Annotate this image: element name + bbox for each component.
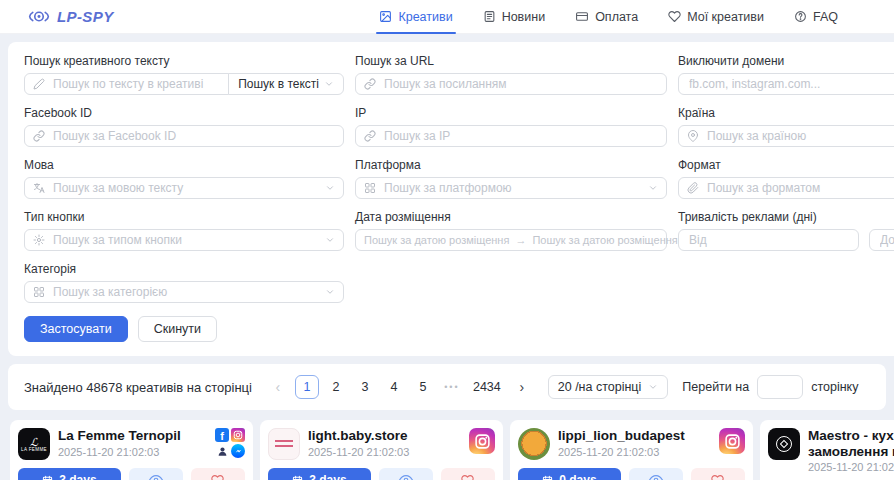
view-button[interactable] — [629, 468, 683, 480]
field-label: Тривалість реклами (дні) — [678, 210, 894, 224]
tab-news[interactable]: Новини — [483, 0, 546, 34]
heart-icon — [211, 474, 224, 480]
duration-to-input[interactable] — [869, 229, 894, 251]
field-label: Формат — [678, 158, 894, 172]
instagram-icon — [469, 428, 495, 454]
credit-card-icon — [575, 10, 589, 23]
pagination-next[interactable]: › — [510, 375, 534, 399]
heart-icon — [711, 474, 724, 480]
language-select[interactable] — [24, 177, 344, 199]
reset-button[interactable]: Скинути — [138, 316, 217, 342]
brand-logo[interactable]: LP-SPY — [28, 8, 114, 25]
platform-icons: f — [215, 428, 245, 458]
audience-network-icon — [215, 444, 229, 458]
eye-icon — [399, 473, 413, 480]
filter-category: Категорія — [24, 262, 344, 303]
date-to-placeholder: Пошук за датою розміщення — [532, 234, 677, 246]
pagination: ‹ 1 2 3 4 5 ••• 2434 › — [266, 375, 534, 399]
filter-creative-text: Пошук креативного тексту Пошук в тексті — [24, 54, 344, 95]
creative-text-input[interactable] — [24, 73, 229, 95]
ip-input[interactable] — [355, 125, 667, 147]
tab-faq[interactable]: FAQ — [794, 0, 838, 34]
days-active-button[interactable]: 0 days — [518, 468, 621, 480]
button-type-select[interactable] — [24, 229, 344, 251]
tab-creatives[interactable]: Креативи — [379, 0, 452, 34]
placement-date-range-picker[interactable]: Пошук за датою розміщення → Пошук за дат… — [355, 229, 667, 251]
facebook-id-input[interactable] — [24, 125, 344, 147]
pagination-page-4[interactable]: 4 — [382, 375, 406, 399]
chevron-down-icon — [325, 287, 335, 297]
grid-icon — [364, 182, 376, 194]
pagination-page-1[interactable]: 1 — [295, 375, 319, 399]
goto-suffix: сторінку — [811, 380, 858, 394]
format-input[interactable] — [678, 177, 894, 199]
filter-country: Країна — [678, 106, 894, 147]
like-button[interactable] — [191, 468, 245, 480]
field-label: Дата розміщення — [355, 210, 667, 224]
days-active-button[interactable]: 3 days — [18, 468, 121, 480]
field-label: IP — [355, 106, 667, 120]
heart-icon — [461, 474, 474, 480]
tab-label: Новини — [502, 10, 546, 24]
filter-ip: IP — [355, 106, 667, 147]
filter-format: Формат — [678, 158, 894, 199]
pagination-ellipsis[interactable]: ••• — [440, 375, 464, 399]
filter-exclude-domains: Виключити домени — [678, 54, 894, 95]
pagination-page-3[interactable]: 3 — [353, 375, 377, 399]
chevron-down-icon — [325, 235, 335, 245]
like-button[interactable] — [691, 468, 745, 480]
question-icon — [794, 10, 807, 23]
field-label: Платформа — [355, 158, 667, 172]
field-label: Країна — [678, 106, 894, 120]
goto-prefix: Перейти на — [682, 380, 749, 394]
eye-icon — [649, 473, 663, 480]
goto-page: Перейти на сторінку — [682, 375, 858, 399]
filter-facebook-id: Facebook ID — [24, 106, 344, 147]
paperclip-icon — [687, 182, 699, 194]
apply-button[interactable]: Застосувати — [24, 316, 128, 342]
chevron-down-icon — [648, 382, 658, 392]
filter-duration: Тривалість реклами (дні) — [678, 210, 894, 251]
tab-label: Мої креативи — [687, 10, 764, 24]
pagination-prev[interactable]: ‹ — [266, 375, 290, 399]
url-input[interactable] — [355, 73, 667, 95]
view-button[interactable] — [129, 468, 183, 480]
messenger-icon — [231, 444, 245, 458]
per-page-select[interactable]: 20 /на сторінці — [548, 375, 669, 399]
duration-from-input[interactable] — [678, 229, 859, 251]
brand-name: LP-SPY — [57, 8, 114, 25]
creative-date: 2025-11-20 21:02:03 — [558, 446, 711, 458]
results-summary: Знайдено 48678 креативів на сторінці — [24, 380, 252, 395]
chevron-down-icon — [324, 79, 334, 89]
grid-icon — [33, 286, 45, 298]
creative-date: 2025-11-20 21:02:03 — [808, 461, 894, 473]
tab-label: Оплата — [595, 10, 638, 24]
text-search-mode-select[interactable]: Пошук в тексті — [228, 73, 344, 95]
pagination-last-page[interactable]: 2434 — [469, 375, 505, 399]
eye-logo-icon — [28, 9, 50, 24]
tab-label: Креативи — [398, 10, 452, 24]
category-select[interactable] — [24, 281, 344, 303]
exclude-domains-input[interactable] — [678, 73, 894, 95]
top-nav-bar: LP-SPY Креативи Новини Оплата Мої креати… — [0, 0, 894, 34]
tab-my-creatives[interactable]: Мої креативи — [668, 0, 764, 34]
view-button[interactable] — [379, 468, 433, 480]
image-icon — [379, 10, 392, 23]
filter-button-type: Тип кнопки — [24, 210, 344, 251]
like-button[interactable] — [441, 468, 495, 480]
facebook-icon: f — [215, 428, 229, 442]
platform-select[interactable] — [355, 177, 667, 199]
field-label: Facebook ID — [24, 106, 344, 120]
pagination-page-2[interactable]: 2 — [324, 375, 348, 399]
pagination-page-5[interactable]: 5 — [411, 375, 435, 399]
country-input[interactable] — [678, 125, 894, 147]
date-from-placeholder: Пошук за датою розміщення — [364, 234, 509, 246]
creative-date: 2025-11-20 21:02:03 — [58, 446, 207, 458]
creative-card: lippi_lion_budapest 2025-11-20 21:02:03 … — [510, 420, 753, 480]
eye-icon — [149, 473, 163, 480]
tab-payment[interactable]: Оплата — [575, 0, 638, 34]
filter-url: Пошук за URL — [355, 54, 667, 95]
goto-page-input[interactable] — [757, 375, 803, 399]
pencil-icon — [33, 78, 45, 90]
days-active-button[interactable]: 3 days — [268, 468, 371, 480]
